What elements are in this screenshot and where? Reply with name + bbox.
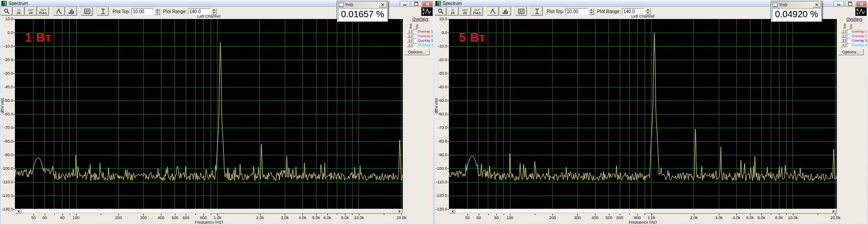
maximize-button[interactable] [845,1,855,7]
x-minor-tick-mark [384,214,384,215]
close-button[interactable] [856,1,867,7]
y-tick-mark [14,19,15,19]
scroll-right-arrow[interactable] [830,209,836,214]
overlay-1-set-button[interactable]: 1 [407,29,412,34]
overlay-2-checkbox[interactable] [847,34,851,38]
y-tick-label: -60.0 [0,112,13,116]
thd-window[interactable]: THD 0.04920 % [771,1,822,22]
minimize-icon [837,5,840,5]
overlay-3-set-button[interactable]: 3 [841,38,846,43]
y-tick-label: -20.0 [434,57,447,62]
overlay-row-4: 4 Overlay 4 [407,43,433,47]
x-tick-label: 60 [42,215,47,220]
thd-value: 0.01657 % [338,8,387,20]
scroll-thumb[interactable] [644,209,832,214]
st-wave-icon[interactable]: S T [421,7,433,16]
x-tick-label: 800 [200,215,207,220]
x-tick-label: 4.0k [732,215,740,220]
y-tick-label: -40.0 [434,85,447,89]
spin-up-icon[interactable] [589,8,594,12]
spin-up-icon[interactable] [155,8,160,12]
x-tick-mark [316,214,316,215]
overlay-2-label: Overlay 2 [418,34,433,38]
thd-close-button[interactable] [378,2,387,8]
overlay-4-set-button[interactable]: 4 [841,43,846,47]
overlay-row-3: 3 Overlay 3 [407,38,433,43]
x-minor-tick-mark [54,214,55,215]
plot-area[interactable]: 1 Вт [15,19,403,209]
x-tick-mark [143,214,144,215]
x-tick-label: 2.0k [690,215,698,220]
y-tick-label: 10.0 [434,17,447,21]
spectrum-window-left: Spectrum IN 2X OUT 2X OUT FULL [0,0,434,225]
overlay-2-set-button[interactable]: 2 [407,34,412,38]
y-tick-mark [448,196,449,196]
x-tick-mark [620,214,620,215]
x-tick-label: 3.0k [281,215,288,220]
overlay-4-label: Overlay 4 [852,43,867,47]
y-tick-label: -100.0 [0,166,13,171]
x-tick-label: 20.0k [396,215,406,220]
x-minor-tick-mark [818,214,818,215]
x-minor-tick-mark [645,214,645,215]
x-tick-mark [285,214,285,215]
x-tick-mark [793,214,793,215]
minimize-button[interactable] [400,1,410,7]
overlay-row-2: 2 Overlay 2 [841,34,867,38]
thd-close-button[interactable] [812,2,821,8]
plot-scrollbar[interactable] [15,209,403,213]
st-wave-icon[interactable]: S T [855,7,867,16]
y-tick-label: -20.0 [0,57,13,62]
overlay-2-checkbox[interactable] [413,34,417,38]
overlay-3-checkbox[interactable] [847,38,851,43]
x-tick-label: 50 [31,215,36,220]
spin-up-icon[interactable] [211,8,217,12]
overlay-1-checkbox[interactable] [413,29,417,34]
x-tick-mark [761,214,762,215]
x-tick-mark [719,214,719,215]
plot-top-label: Plot Top: [547,9,564,14]
overlay-1-checkbox[interactable] [847,29,851,34]
close-icon [815,3,818,6]
overlay-2-set-button[interactable]: 2 [841,34,846,38]
x-minor-tick-mark [211,214,211,215]
maximize-button[interactable] [411,1,421,7]
y-tick-label: -90.0 [434,153,447,157]
y-tick-label: -100.0 [434,166,447,171]
x-tick-label: 20.0k [830,215,840,220]
thd-title-bar[interactable]: THD [772,2,821,8]
scroll-right-arrow[interactable] [396,209,402,214]
x-tick-mark [401,214,402,215]
scroll-left-arrow[interactable] [449,209,455,214]
y-tick-label: -60.0 [434,112,447,116]
overlay-options-button[interactable]: Options... [838,49,863,55]
minimize-button[interactable] [834,1,844,7]
x-tick-mark [510,214,510,215]
thd-window[interactable]: THD 0.01657 % [337,1,388,22]
close-button[interactable] [422,1,433,7]
x-tick-label: 500 [171,215,178,220]
plot-scrollbar[interactable] [449,209,837,213]
scroll-left-arrow[interactable] [15,209,21,214]
plot-area[interactable]: 5 Вт [449,19,837,209]
overlay-options-button[interactable]: Options... [404,49,429,55]
scroll-thumb[interactable] [210,209,398,214]
overlay-3-set-button[interactable]: 3 [407,38,412,43]
y-tick-label: 0.0 [434,30,447,35]
spin-up-icon[interactable] [645,8,651,12]
overlay-4-checkbox[interactable] [847,43,851,48]
overlay-1-set-button[interactable]: 1 [841,29,846,34]
x-minor-tick-mark [786,214,787,215]
overlays-col-set: Set [409,22,413,29]
plot-range-label: Plot Range: [163,9,187,14]
y-tick-mark [448,60,449,60]
y-tick-mark [14,155,15,155]
overlay-4-checkbox[interactable] [413,43,417,48]
overlay-3-checkbox[interactable] [413,38,417,43]
thd-title-bar[interactable]: THD [338,2,387,8]
y-tick-mark [448,155,449,155]
x-tick-mark [45,214,45,215]
i-beam-icon [534,8,540,14]
thd-value: 0.04920 % [772,8,821,20]
overlay-4-set-button[interactable]: 4 [407,43,412,47]
